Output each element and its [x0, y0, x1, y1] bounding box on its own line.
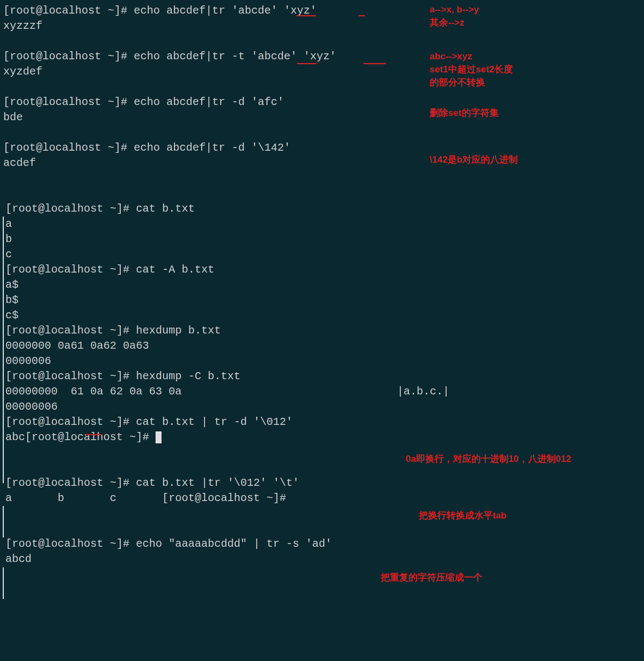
- command-text: echo abcdef|tr -d 'afc': [134, 96, 284, 108]
- annotation: 0a即换行，对应的十进制10，八进制012: [406, 453, 571, 466]
- output-line: 00000000 61 0a 62 0a 63 0a |a.b.c.|: [3, 384, 641, 399]
- output-line: b$: [3, 293, 641, 308]
- output-line: a b c [root@localhost ~]#: [3, 491, 641, 506]
- prompt: [root@localhost ~]#: [5, 538, 136, 550]
- prompt: [root@localhost ~]#: [5, 370, 136, 382]
- command-text: hexdump b.txt: [136, 324, 221, 337]
- prompt: [root@localhost ~]#: [3, 141, 134, 154]
- output-line: abcd: [3, 552, 641, 567]
- output-line: xyzdef: [3, 64, 641, 79]
- section-bar: [3, 567, 4, 599]
- output-line: 00000006: [3, 399, 641, 415]
- output-line: a$: [3, 277, 641, 293]
- underline-mark: [296, 15, 316, 16]
- output-line: b: [3, 232, 641, 247]
- blank-line: [3, 506, 641, 521]
- blank-line: [3, 186, 641, 201]
- prompt: [root@localhost ~]#: [5, 477, 136, 489]
- command-text: cat b.txt | tr -d '\012': [136, 416, 293, 428]
- output-line: a: [3, 217, 641, 232]
- output-line: xyzzzf: [3, 18, 641, 34]
- command-text: hexdump -C b.txt: [136, 370, 240, 382]
- blank-line: [3, 34, 641, 49]
- output-line: 0000000 0a61 0a62 0a63: [3, 338, 641, 354]
- cmd-line-b4-1: [root@localhost ~]# echo "aaaaabcddd" | …: [3, 536, 641, 552]
- prompt: [root@localhost ~]#: [3, 96, 134, 108]
- cmd-line-4: [root@localhost ~]# echo abcdef|tr -d '\…: [3, 140, 641, 156]
- output-line-with-prompt: abc[root@localhost ~]#: [3, 430, 641, 445]
- prompt: [root@localhost ~]#: [5, 263, 136, 276]
- command-text: cat b.txt |tr '\012' '\t': [136, 477, 299, 489]
- underline-mark: [363, 63, 386, 64]
- prompt: [root@localhost ~]#: [3, 50, 134, 63]
- output-line: bde: [3, 110, 641, 125]
- command-text: echo abcdef|tr -d '\142': [134, 141, 290, 154]
- cmd-line-b3-1: [root@localhost ~]# cat b.txt |tr '\012'…: [3, 475, 641, 491]
- blank-line: [3, 171, 641, 186]
- annotation: \142是b对应的八进制: [430, 153, 518, 166]
- cmd-line-b2-3: [root@localhost ~]# hexdump b.txt: [3, 323, 641, 338]
- underline-mark: [86, 434, 102, 435]
- cmd-line-b2-2: [root@localhost ~]# cat -A b.txt: [3, 262, 641, 277]
- annotation: 其余-->z: [430, 16, 465, 29]
- command-text: cat b.txt: [136, 202, 195, 215]
- cmd-line-b2-1: [root@localhost ~]# cat b.txt: [3, 201, 641, 217]
- output-text: abc: [5, 431, 25, 443]
- annotation: a-->x, b-->y: [430, 3, 479, 16]
- blank-line: [3, 521, 641, 536]
- cursor-icon: [156, 431, 162, 443]
- cmd-line-2: [root@localhost ~]# echo abcdef|tr -t 'a…: [3, 49, 641, 64]
- annotation: set1中超过set2长度: [430, 63, 513, 76]
- annotation: 的部分不转换: [430, 76, 485, 89]
- command-text: echo abcdef|tr -t 'abcde' 'xyz': [134, 50, 336, 63]
- prompt: [root@localhost ~]#: [5, 202, 136, 215]
- terminal-screen: [root@localhost ~]# echo abcdef|tr 'abcd…: [0, 0, 644, 570]
- output-line: c$: [3, 308, 641, 323]
- prompt: [root@localhost ~]#: [3, 4, 134, 17]
- cmd-line-b2-5: [root@localhost ~]# cat b.txt | tr -d '\…: [3, 415, 641, 430]
- output-line: c: [3, 247, 641, 262]
- cmd-line-3: [root@localhost ~]# echo abcdef|tr -d 'a…: [3, 95, 641, 110]
- blank-line: [3, 125, 641, 140]
- output-line: 0000006: [3, 354, 641, 369]
- underline-mark: [297, 63, 317, 64]
- annotation: 把重复的字符压缩成一个: [381, 571, 482, 584]
- command-text: cat -A b.txt: [136, 263, 214, 276]
- blank-line: [3, 79, 641, 95]
- cmd-line-b2-4: [root@localhost ~]# hexdump -C b.txt: [3, 369, 641, 384]
- prompt: [root@localhost ~]#: [5, 324, 136, 337]
- annotation: 删除set的字符集: [430, 107, 499, 120]
- annotation: abc-->xyz: [430, 50, 472, 63]
- prompt: [root@localhost ~]#: [25, 431, 156, 443]
- annotation: 把换行转换成水平tab: [419, 509, 507, 522]
- underline-mark: [358, 15, 365, 16]
- cmd-line-1: [root@localhost ~]# echo abcdef|tr 'abcd…: [3, 3, 641, 18]
- output-line: acdef: [3, 156, 641, 171]
- command-text: echo abcdef|tr 'abcde' 'xyz': [134, 4, 317, 17]
- prompt: [root@localhost ~]#: [5, 416, 136, 428]
- command-text: echo "aaaaabcddd" | tr -s 'ad': [136, 538, 332, 550]
